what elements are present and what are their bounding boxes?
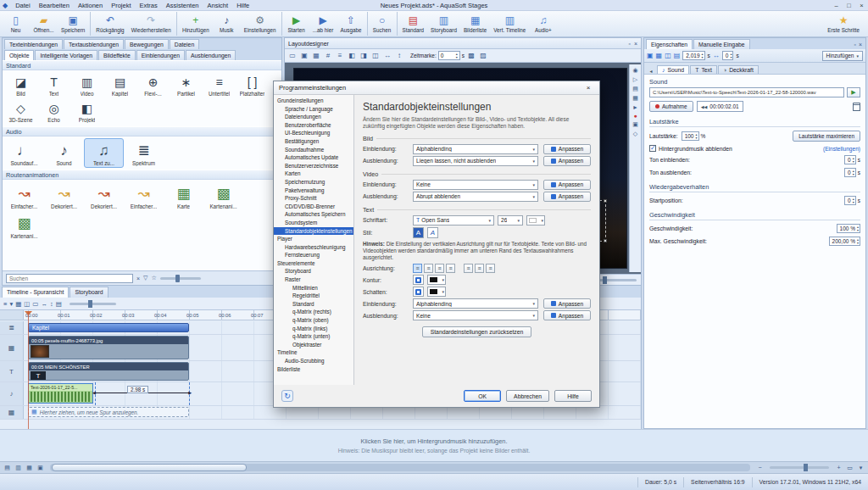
palette-item[interactable]: ◎ Echo [37,98,70,125]
timeline-tool-icon[interactable]: ↔ [41,300,47,308]
align-button[interactable]: ≡ [464,264,473,273]
settings-tree-item[interactable]: Objektraster [274,341,353,349]
anpassen-button[interactable]: Anpassen [543,144,591,154]
anpassen-button[interactable]: Anpassen [543,156,591,166]
palette-item[interactable]: T Text [37,72,70,98]
blend-select[interactable]: Abrupt abblenden [413,192,538,202]
zoom-in-icon[interactable]: + [834,465,843,471]
blend-select[interactable]: Alphablending [413,144,538,154]
blend-select[interactable]: Liegen lassen, nicht ausblenden [413,156,538,166]
align-button[interactable]: ≡ [424,264,433,273]
zoom-out-icon[interactable]: − [755,465,765,471]
palette-tab[interactable]: Bewegungen [125,39,169,49]
toolbar-button[interactable]: ↷ Wiederherstellen [128,12,175,36]
record-button[interactable]: Aufnahme [649,101,693,112]
horizontal-scrollbar[interactable] [50,464,750,471]
maximize-button[interactable]: □ [843,2,855,9]
properties-tool-icon[interactable]: ▣ [647,52,654,59]
align-button[interactable]: ≡ [413,264,422,273]
reset-defaults-button[interactable]: Standardeinstellungen zurücksetzen [422,326,532,337]
designer-tool-icon[interactable]: ◨ [359,51,369,61]
properties-tab[interactable]: Manuelle Eingabe [693,39,749,49]
timeline-tool-icon[interactable]: ▦ [15,300,21,308]
font-style-italic-button[interactable]: A [427,227,438,238]
settings-tree-item[interactable]: q-Matrix (links) [274,325,353,333]
speed-spinner[interactable]: 100 %▴▾ [837,224,860,233]
menu-item[interactable]: Assistenten [162,2,203,9]
timeline-tool-icon[interactable]: ↕ [50,300,53,308]
bgm-fade-checkbox[interactable] [649,145,656,152]
palette-item[interactable]: ∗ Partikel [170,72,203,98]
designer-tool-icon[interactable]: ◫ [370,51,381,61]
settings-tree-item[interactable]: Sprache / Language [274,105,353,114]
first-steps-button[interactable]: ★ Erste Schritte [821,12,866,36]
palette-item[interactable]: ≣ Spektrum [124,138,164,168]
palette-item[interactable]: ▦ Karte [164,181,203,211]
thumbnail-size-slider[interactable] [160,277,201,280]
volume-spinner[interactable]: 100▴▾ [682,131,699,141]
font-size-select[interactable]: 26 [498,215,523,226]
font-select[interactable]: TOpen Sans [413,215,494,226]
palette-item[interactable]: ▩ Kartenani... [203,181,243,211]
blend-select[interactable]: Keine [413,310,538,320]
settings-tree-item[interactable]: Dateiendungen [274,113,353,121]
align-button[interactable]: ≡ [446,264,455,273]
palette-item[interactable]: ↝ Einfacher... [124,181,164,211]
cancel-button[interactable]: Abbrechen [506,390,549,402]
sound-track-header[interactable]: ♪ [0,382,24,405]
designer-tool-icon[interactable]: ↔ [382,51,392,61]
timeline-view-icon[interactable]: ▦ [25,465,34,471]
zoom-option-icon[interactable]: ▾ [856,465,865,471]
settings-tree-item[interactable]: Regeldrittel [274,292,353,300]
toolbar-button[interactable]: ▣ Speichern [58,12,88,36]
toolbar-button[interactable]: ▶ ...ab hier [309,12,337,36]
slider-thumb[interactable] [603,276,607,284]
settings-tree-item[interactable]: q-Matrix (oben) [274,316,353,325]
timeline-tool-icon[interactable]: ▾ [9,300,13,308]
sound-file-input[interactable] [649,87,844,97]
settings-tree-item[interactable]: Automatisches Update [274,153,353,162]
settings-tree-item[interactable]: Standard [274,300,353,309]
dialog-titlebar[interactable]: Programmeinstellungen × [274,81,599,95]
designer-tool-icon[interactable]: ▨ [478,51,488,61]
scrollbar-thumb[interactable] [52,464,247,471]
settings-tree-item[interactable]: Grundeinstellungen [274,97,353,105]
panel-corner-icon[interactable]: ▫ [854,42,855,47]
timeline-tab[interactable]: Storyboard [70,287,108,298]
properties-subtab[interactable]: T Text [690,65,717,74]
toolbar-button[interactable]: ▥ Storyboard [427,12,460,36]
timeline-tool-icon[interactable]: ▭ [32,300,38,308]
settings-tree-item[interactable]: Player [274,235,353,243]
canvas-tool-icon[interactable]: ► [632,104,638,110]
align-button[interactable]: ≡ [475,264,484,273]
palette-item[interactable]: ◧ Projekt [70,98,103,125]
panel-corner-icon[interactable]: × [859,42,862,47]
selection-handle[interactable] [604,199,607,203]
designer-tool-icon[interactable]: ↕ [394,51,404,61]
timeline-tab[interactable]: Timeline - Spuransicht [2,287,69,298]
palette-tab[interactable]: Einblendungen [136,50,185,60]
canvas-tool-icon[interactable]: ▷ [633,76,637,83]
group-header-routes[interactable]: Routenanimationen [3,170,281,180]
new-track-drop-target[interactable]: ▦ Hierher ziehen, um neue Spur anzulegen… [28,407,189,417]
palette-item[interactable]: ◇ 3D-Szene [4,98,37,125]
canvas-tool-icon[interactable]: ▦ [632,95,638,102]
timeline-tool-icon[interactable]: ◫ [24,300,30,308]
designer-tool-icon[interactable]: ◧ [347,51,357,61]
offset-spinner[interactable]: 0▴▾ [722,51,734,60]
bgm-settings-link[interactable]: (Einstellungen) [823,146,860,152]
menu-item[interactable]: Extras [135,2,161,9]
toolbar-button[interactable]: ⇧ Ausgabe [337,12,365,36]
text-track-header[interactable]: T [0,361,24,381]
toolbar-button[interactable]: ▤ Standard [397,12,428,36]
settings-tree-item[interactable]: Karten [274,170,353,178]
timeline-view-icon[interactable]: ▣ [36,465,45,471]
timeline-tool-icon[interactable]: ≡ [3,300,7,308]
panel-corner-icon[interactable]: ▫ [628,41,630,47]
settings-tree-item[interactable]: Storyboard [274,267,353,276]
settings-tree-item[interactable]: q-Matrix (unten) [274,332,353,341]
settings-tree-item[interactable]: Audio-Scrubbing [274,357,353,365]
filter-icon[interactable]: ▽ [143,275,147,281]
group-header-audio[interactable]: Audio [3,126,281,136]
blend-select[interactable]: Keine [413,180,538,190]
